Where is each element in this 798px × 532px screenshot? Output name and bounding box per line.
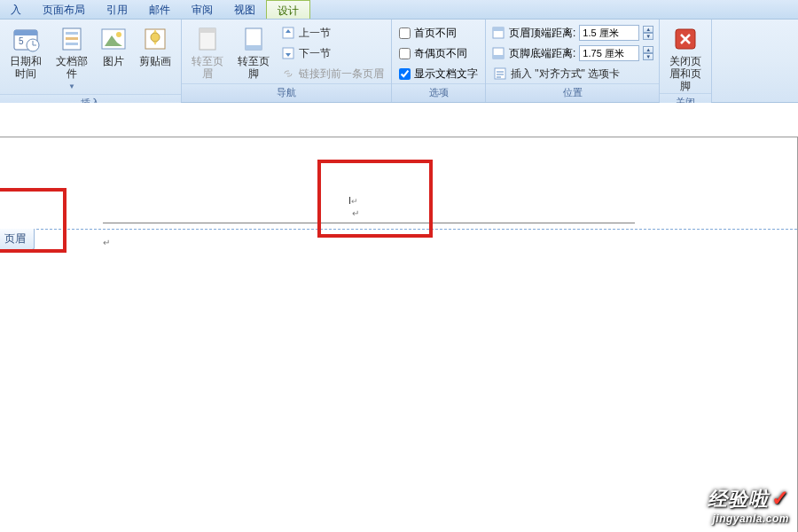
doc-parts-button[interactable]: 文档部件 ▼ — [50, 23, 94, 94]
ribbon: 5 日期和时间 文档部件 ▼ 图片 剪贴画 — [0, 20, 798, 103]
up-arrow-icon — [281, 26, 295, 40]
next-section-button[interactable]: 下一节 — [278, 43, 387, 63]
prev-section-button[interactable]: 上一节 — [278, 23, 387, 43]
footer-bottom-spinner[interactable]: ▲▼ — [643, 46, 653, 60]
svg-rect-28 — [493, 55, 504, 59]
svg-point-12 — [116, 32, 121, 37]
dropdown-icon: ▼ — [68, 81, 75, 93]
close-hf-label: 关闭页眉和页脚 — [665, 55, 706, 92]
goto-footer-label: 转至页脚 — [233, 55, 274, 80]
menu-tabs: 入 页面布局 引用 邮件 审阅 视图 设计 — [0, 0, 798, 20]
header-page-icon — [193, 25, 222, 53]
clipart-button[interactable]: 剪贴画 — [133, 23, 177, 68]
paragraph-mark-1: ↵ — [352, 208, 359, 218]
picture-icon — [99, 25, 128, 53]
doc-parts-label: 文档部件 — [51, 55, 92, 80]
ribbon-group-position: 页眉顶端距离: 1.5 厘米 ▲▼ 页脚底端距离: 1.75 厘米 ▲▼ — [486, 20, 660, 102]
tab-review[interactable]: 审阅 — [181, 0, 223, 19]
datetime-button[interactable]: 5 日期和时间 — [4, 23, 48, 81]
tab-design[interactable]: 设计 — [266, 0, 310, 19]
close-icon — [671, 25, 700, 53]
parts-icon — [58, 25, 86, 53]
svg-rect-18 — [200, 28, 215, 33]
goto-header-button[interactable]: 转至页眉 — [185, 23, 230, 81]
watermark: 经验啦 ✓ jingyanla.com — [708, 486, 789, 525]
paragraph-mark-2: ↵ — [103, 238, 110, 247]
link-prev-button[interactable]: 链接到前一条页眉 — [278, 64, 387, 83]
header-distance-icon — [491, 26, 505, 40]
footer-bottom-input[interactable]: 1.75 厘米 — [579, 45, 639, 61]
datetime-label: 日期和时间 — [5, 55, 46, 80]
header-top-spinner[interactable]: ▲▼ — [643, 26, 653, 40]
link-icon — [281, 66, 295, 81]
clipart-icon — [141, 25, 169, 53]
header-boundary-dashed — [0, 229, 797, 230]
tab-mail[interactable]: 邮件 — [138, 0, 181, 19]
ribbon-group-options: 首页不同 奇偶页不同 显示文档文字 选项 — [392, 20, 486, 102]
footer-bottom-row: 页脚底端距离: 1.75 厘米 ▲▼ — [489, 43, 655, 63]
svg-rect-1 — [14, 30, 37, 35]
group-options-label: 选项 — [392, 83, 485, 102]
ribbon-group-close: 关闭页眉和页脚 关闭 — [660, 20, 712, 102]
header-tag: 页眉 — [0, 229, 35, 250]
svg-text:5: 5 — [19, 36, 24, 46]
first-page-diff-checkbox[interactable] — [399, 27, 411, 39]
svg-rect-26 — [493, 27, 504, 31]
goto-footer-button[interactable]: 转至页脚 — [231, 23, 276, 81]
tab-reference[interactable]: 引用 — [96, 0, 138, 19]
down-arrow-icon — [281, 46, 295, 60]
page[interactable]: 页眉 I↵ ↵ ↵ — [0, 137, 798, 532]
header-top-row: 页眉顶端距离: 1.5 厘米 ▲▼ — [489, 23, 655, 43]
svg-point-14 — [151, 33, 160, 42]
document-area: 页眉 I↵ ↵ ↵ — [0, 103, 798, 532]
svg-rect-8 — [66, 37, 78, 40]
group-position-label: 位置 — [486, 83, 659, 102]
calendar-icon: 5 — [12, 25, 40, 53]
tab-insert[interactable]: 入 — [0, 0, 32, 19]
odd-even-diff-check[interactable]: 奇偶页不同 — [395, 43, 481, 63]
footer-page-icon — [239, 25, 268, 53]
tab-layout[interactable]: 页面布局 — [32, 0, 96, 19]
odd-even-diff-checkbox[interactable] — [399, 48, 411, 59]
ribbon-group-insert: 5 日期和时间 文档部件 ▼ 图片 剪贴画 — [0, 20, 182, 102]
show-doc-text-checkbox[interactable] — [399, 68, 411, 80]
tab-view[interactable]: 视图 — [223, 0, 266, 19]
picture-label: 图片 — [103, 55, 124, 67]
header-top-input[interactable]: 1.5 厘米 — [579, 25, 639, 41]
footer-distance-icon — [491, 46, 505, 60]
header-underline — [103, 223, 635, 223]
goto-header-label: 转至页眉 — [187, 55, 228, 80]
text-cursor[interactable]: I↵ — [348, 195, 358, 206]
svg-rect-7 — [66, 32, 78, 35]
svg-rect-9 — [66, 43, 78, 45]
close-hf-button[interactable]: 关闭页眉和页脚 — [663, 23, 708, 93]
insert-align-tab-button[interactable]: 插入 "对齐方式" 选项卡 — [489, 64, 655, 83]
svg-rect-20 — [246, 45, 262, 50]
picture-button[interactable]: 图片 — [96, 23, 131, 68]
ribbon-group-nav: 转至页眉 转至页脚 上一节 下一节 链接到前一条页眉 — [182, 20, 392, 102]
first-page-diff-check[interactable]: 首页不同 — [395, 23, 481, 43]
group-nav-label: 导航 — [182, 83, 391, 102]
clipart-label: 剪贴画 — [139, 55, 171, 67]
show-doc-text-check[interactable]: 显示文档文字 — [395, 64, 481, 83]
align-tab-icon — [493, 66, 507, 81]
